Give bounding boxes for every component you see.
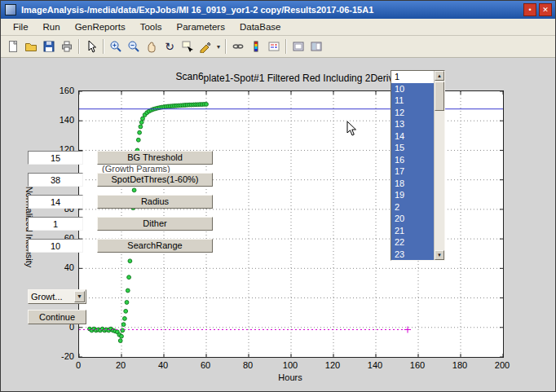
chevron-down-icon[interactable]: ▼ xyxy=(74,291,85,302)
list-item-16[interactable]: 16 xyxy=(391,154,434,166)
toolbar-separator xyxy=(78,39,80,54)
list-item-20[interactable]: 20 xyxy=(391,213,434,225)
menu-database[interactable]: DataBase xyxy=(232,20,289,33)
list-item-13[interactable]: 13 xyxy=(391,118,434,130)
x-tick-80: 80 xyxy=(236,360,260,370)
rotate-3d-icon[interactable]: ↻ xyxy=(161,37,179,55)
y-tick--20: -20 xyxy=(46,351,74,361)
menu-bar: FileRunGenReportsToolsParametersDataBase xyxy=(1,19,555,36)
x-tick-140: 140 xyxy=(363,360,387,370)
save-figure-icon[interactable] xyxy=(40,37,58,55)
show-plot-tools-icon[interactable] xyxy=(307,37,325,55)
scroll-up-icon[interactable]: ▲ xyxy=(435,71,444,81)
new-figure-icon[interactable] xyxy=(4,37,22,55)
list-item-22[interactable]: 22 xyxy=(391,236,434,249)
x-tick-40: 40 xyxy=(151,360,175,370)
insert-legend-icon[interactable] xyxy=(265,37,283,55)
spot-number-listbox[interactable]: 110111213141516171819220212223 ▲ ▼ xyxy=(391,70,445,261)
menu-tools[interactable]: Tools xyxy=(133,20,170,33)
list-item-17[interactable]: 17 xyxy=(391,165,434,178)
param-button-searchrange[interactable]: SearchRange xyxy=(97,239,213,253)
edit-plot-pointer-icon[interactable] xyxy=(82,37,100,55)
zoom-out-icon[interactable] xyxy=(125,37,143,55)
y-tick-140: 140 xyxy=(46,115,74,125)
insert-colorbar-icon[interactable] xyxy=(247,37,265,55)
toolbar-separator xyxy=(285,39,287,54)
param-input-dither[interactable] xyxy=(28,217,83,231)
list-item-11[interactable]: 11 xyxy=(391,95,434,107)
menu-parameters[interactable]: Parameters xyxy=(170,20,232,33)
listbox-scrollbar[interactable]: ▲ ▼ xyxy=(434,71,444,260)
list-item-14[interactable]: 14 xyxy=(391,130,434,143)
x-tick-180: 180 xyxy=(448,360,472,370)
scrollbar-thumb[interactable] xyxy=(435,81,444,111)
title-bar[interactable]: ImageAnalysis-/media/data/ExpJobs/MI 16_… xyxy=(1,1,555,19)
toolbar-separator xyxy=(103,39,104,54)
link-plot-icon[interactable] xyxy=(229,37,247,55)
list-item-12[interactable]: 12 xyxy=(391,107,434,119)
menu-run[interactable]: Run xyxy=(36,20,68,33)
param-button-radius[interactable]: Radius xyxy=(97,195,213,209)
x-tick-20: 20 xyxy=(108,360,133,370)
x-tick-200: 200 xyxy=(490,360,514,370)
growth-popup-value: Growt... xyxy=(29,292,74,302)
list-item-23[interactable]: 23 xyxy=(391,249,434,261)
list-item-21[interactable]: 21 xyxy=(391,225,434,237)
list-item-10[interactable]: 10 xyxy=(391,83,434,95)
list-item-2[interactable]: 2 xyxy=(391,201,434,214)
list-item-15[interactable]: 15 xyxy=(391,142,434,154)
figure-canvas: Normalized Intensity Scan6plate1-Spot#1 … xyxy=(1,58,556,392)
x-tick-160: 160 xyxy=(405,360,430,370)
list-item-19[interactable]: 19 xyxy=(391,189,434,201)
scroll-down-icon[interactable]: ▼ xyxy=(435,250,444,260)
continue-button[interactable]: Continue xyxy=(28,310,86,324)
pan-hand-icon[interactable] xyxy=(143,37,161,55)
x-tick-0: 0 xyxy=(66,360,90,370)
x-axis-label: Hours xyxy=(78,372,502,382)
x-tick-60: 60 xyxy=(193,360,218,370)
minimize-button[interactable]: • xyxy=(523,3,536,16)
app-window: ImageAnalysis-/media/data/ExpJobs/MI 16_… xyxy=(0,0,556,392)
param-button-bg-threshold[interactable]: BG Threshold xyxy=(97,151,213,165)
y-tick-40: 40 xyxy=(46,262,74,272)
param-input-radius[interactable] xyxy=(28,195,83,209)
zoom-in-icon[interactable] xyxy=(107,37,125,55)
menu-file[interactable]: File xyxy=(6,20,36,33)
window-title: ImageAnalysis-/media/data/ExpJobs/MI 16_… xyxy=(21,5,523,15)
param-button-dither[interactable]: Dither xyxy=(97,217,213,231)
y-tick-160: 160 xyxy=(46,86,74,95)
x-tick-120: 120 xyxy=(320,360,345,370)
close-button[interactable]: ✕ xyxy=(539,3,552,16)
list-item-1[interactable]: 1 xyxy=(391,71,434,83)
data-cursor-icon[interactable] xyxy=(179,37,196,55)
toolbar-separator xyxy=(225,39,227,54)
menu-genreports[interactable]: GenReports xyxy=(68,20,133,33)
open-file-icon[interactable] xyxy=(22,37,40,55)
toolbar: ↻ ▾ xyxy=(1,36,555,58)
print-figure-icon[interactable] xyxy=(58,37,76,55)
app-icon xyxy=(5,4,16,15)
hide-plot-tools-icon[interactable] xyxy=(289,37,307,55)
param-button-spotdetthres-1-60[interactable]: SpotDetThres(1-60%) xyxy=(97,173,213,187)
brush-icon[interactable] xyxy=(196,37,214,55)
param-input-spotdetthres-1-60[interactable] xyxy=(28,173,83,187)
param-input-searchrange[interactable] xyxy=(28,239,83,253)
x-tick-100: 100 xyxy=(278,360,302,370)
list-item-18[interactable]: 18 xyxy=(391,178,434,190)
brush-dropdown-caret[interactable]: ▾ xyxy=(214,37,223,55)
param-input-bg-threshold[interactable] xyxy=(28,151,83,165)
growth-popup-menu[interactable]: Growt... ▼ xyxy=(28,289,86,304)
